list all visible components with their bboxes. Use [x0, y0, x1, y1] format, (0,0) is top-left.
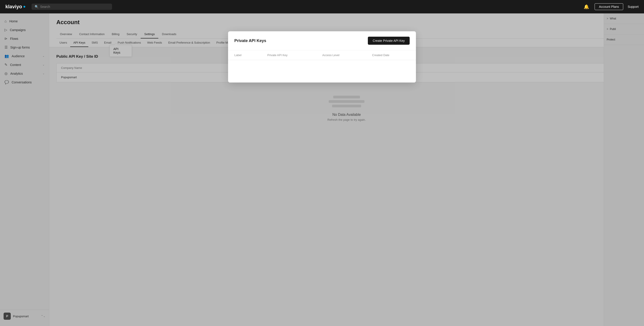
nav-right: 🔔 Account Plans Support — [583, 3, 639, 10]
search-icon: 🔍 — [35, 5, 38, 8]
modal-table-header-access-level: Access Level — [316, 50, 366, 60]
search-bar[interactable]: 🔍 — [32, 4, 112, 10]
private-api-keys-modal: Private API Keys Create Private API Key … — [228, 31, 416, 82]
modal-empty-body — [228, 60, 416, 82]
private-api-keys-table: Label Private API Key Access Level Creat… — [228, 50, 416, 60]
account-plans-button[interactable]: Account Plans — [594, 3, 623, 10]
search-input[interactable] — [40, 5, 109, 8]
notifications-bell-button[interactable]: 🔔 — [583, 3, 590, 10]
support-link[interactable]: Support — [628, 5, 639, 8]
app-logo[interactable]: klaviyo — [5, 4, 25, 10]
modal-table-header-private-key: Private API Key — [261, 50, 316, 60]
logo-dot — [24, 6, 25, 8]
modal-overlay[interactable]: Private API Keys Create Private API Key … — [0, 14, 644, 326]
modal-table-header-created-date: Created Date — [366, 50, 416, 60]
modal-title: Private API Keys — [234, 38, 266, 43]
modal-header: Private API Keys Create Private API Key — [228, 31, 416, 50]
top-navigation: klaviyo 🔍 🔔 Account Plans Support — [0, 0, 644, 14]
create-private-api-key-button[interactable]: Create Private API Key — [368, 37, 410, 45]
modal-table-header-label: Label — [228, 50, 261, 60]
